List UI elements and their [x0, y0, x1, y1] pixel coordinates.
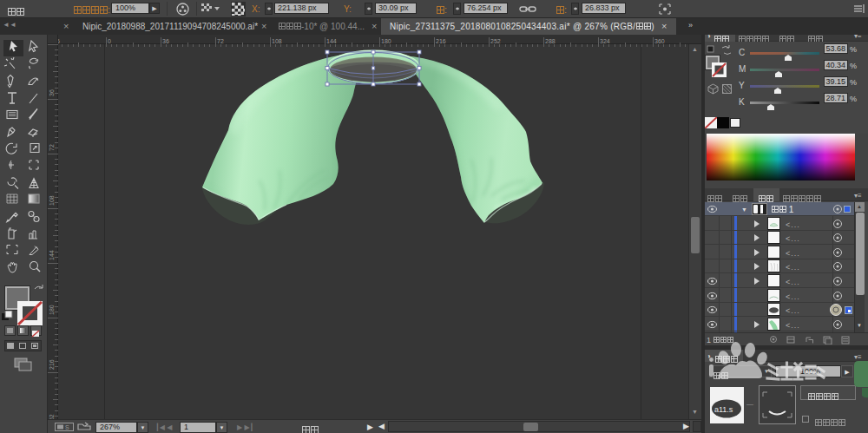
svg-text:S: S [65, 424, 69, 430]
